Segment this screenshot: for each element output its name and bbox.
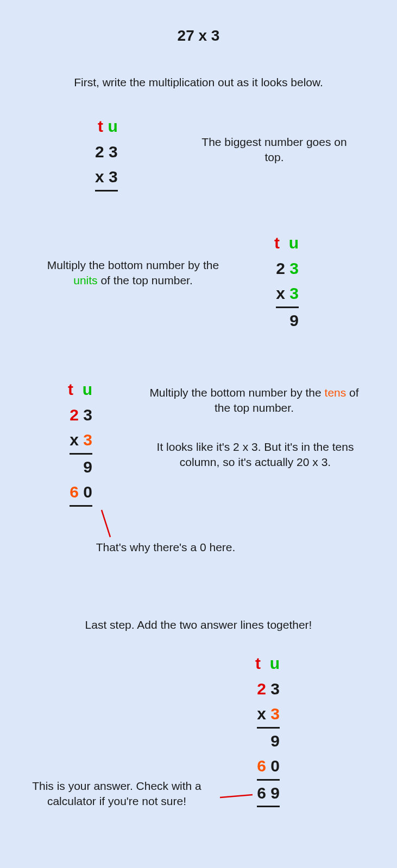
label-u: u <box>108 117 117 135</box>
step3-text: Multiply the bottom number by the tens o… <box>146 385 363 416</box>
digit-9: 9 <box>83 458 92 476</box>
digit-0: 0 <box>83 483 92 501</box>
digit-3: 3 <box>289 259 299 277</box>
step3-tens: tens <box>325 386 346 399</box>
digit-3: 3 <box>289 284 299 302</box>
step3-hint: It looks like it's 2 x 3. But it's in th… <box>152 439 358 470</box>
digit-3: 3 <box>109 168 118 186</box>
digit-0: 0 <box>270 757 280 775</box>
digit-6: 6 <box>257 757 266 775</box>
svg-line-0 <box>102 510 110 537</box>
svg-line-1 <box>220 795 253 797</box>
step1-instruction: First, write the multiplication out as i… <box>0 76 397 89</box>
digit-3: 3 <box>270 705 280 723</box>
step4-answer-caption: This is your answer. Check with a calcul… <box>16 778 217 809</box>
step4-instruction: Last step. Add the two answer lines toge… <box>0 618 397 631</box>
digit-3: 3 <box>83 406 92 424</box>
digit-6: 6 <box>257 784 266 802</box>
step2-post: of the top number. <box>98 274 193 286</box>
digit-6: 6 <box>70 483 79 501</box>
label-u: u <box>289 234 299 252</box>
label-t: t <box>274 234 280 252</box>
times-sign: x <box>257 705 266 723</box>
label-t: t <box>255 654 261 672</box>
label-u: u <box>270 654 280 672</box>
step3-zero-caption: That's why there's a 0 here. <box>79 540 253 555</box>
pointer-line-icon <box>95 510 111 537</box>
step1-math: t u 2 3 x 3 <box>95 114 118 192</box>
step2-pre: Multiply the bottom number by the <box>47 259 219 271</box>
step2-text: Multiply the bottom number by the units … <box>35 258 231 289</box>
times-sign: x <box>70 431 79 449</box>
digit-9: 9 <box>270 784 280 802</box>
label-t: t <box>68 380 73 398</box>
label-u: u <box>83 380 92 398</box>
digit-2: 2 <box>276 259 285 277</box>
digit-2: 2 <box>70 406 79 424</box>
step3-math: t u 2 3 x 3 9 6 0 <box>68 377 92 507</box>
times-sign: x <box>95 168 104 186</box>
step1-caption: The biggest number goes on top. <box>201 135 348 165</box>
digit-3: 3 <box>83 431 92 449</box>
digit-2: 2 <box>257 680 266 698</box>
times-sign: x <box>276 284 285 302</box>
digit-3: 3 <box>270 680 280 698</box>
digit-3: 3 <box>109 143 118 161</box>
pointer-line-icon <box>220 795 253 801</box>
digit-9: 9 <box>270 732 280 750</box>
digit-9: 9 <box>289 311 299 329</box>
step4-math: t u 2 3 x 3 9 6 0 6 9 <box>255 651 280 807</box>
step3-pre: Multiply the bottom number by the <box>149 386 324 399</box>
step2-math: t u 2 3 x 3 9 <box>274 231 299 333</box>
label-t: t <box>98 117 103 135</box>
step2-units: units <box>73 274 97 286</box>
digit-2: 2 <box>95 143 104 161</box>
page-title: 27 x 3 <box>0 0 397 44</box>
